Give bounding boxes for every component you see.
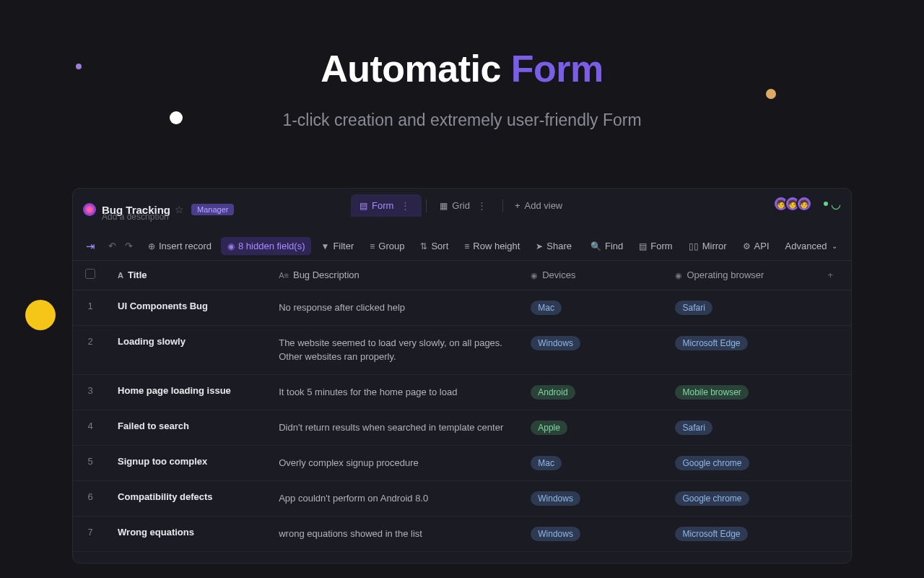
hidden-fields-button[interactable]: ◉ 8 hidden field(s) [221, 237, 312, 255]
cell-title[interactable]: Compatibility defects [108, 480, 269, 516]
cell-title[interactable]: Loading slowly [108, 325, 269, 374]
row-number: 6 [73, 480, 108, 516]
cell-title[interactable]: Home page loading issue [108, 374, 269, 410]
advanced-button[interactable]: Advanced ⌄ [779, 237, 845, 255]
tab-form-label: Form [372, 200, 393, 211]
cell-empty [810, 516, 851, 551]
table-row[interactable]: 5Signup too complexOverly complex signup… [73, 445, 851, 480]
browser-chip: Google chrome [675, 491, 749, 506]
tab-menu-icon[interactable]: ⋮ [398, 200, 413, 211]
advanced-label: Advanced [785, 241, 827, 251]
decorative-dot [25, 300, 56, 330]
redo-icon[interactable]: ↷ [122, 238, 136, 254]
cell-browser[interactable]: Safari [665, 410, 809, 445]
cell-device[interactable]: Windows [520, 516, 665, 551]
cell-title[interactable]: Wrong equations [108, 516, 269, 551]
column-checkbox[interactable] [73, 261, 108, 290]
form-icon: ▤ [639, 241, 647, 251]
avatar: 🧑 [796, 196, 812, 212]
column-description[interactable]: A≡Bug Description [269, 261, 520, 290]
device-chip: Mac [531, 301, 562, 315]
chevron-down-icon: ⌄ [832, 242, 837, 250]
device-chip: Mac [531, 456, 562, 470]
cell-title[interactable]: Failed to search [108, 410, 269, 445]
checkbox-icon[interactable] [85, 269, 95, 279]
column-devices[interactable]: ◉Devices [520, 261, 665, 290]
decorative-dot [766, 89, 776, 99]
group-button[interactable]: ≡ Group [363, 237, 411, 255]
cell-description[interactable]: Overly complex signup procedure [269, 445, 520, 480]
cell-empty [810, 374, 851, 410]
tab-grid[interactable]: ▦ Grid ⋮ [431, 194, 498, 217]
api-button[interactable]: ⚙ API [736, 237, 776, 255]
form-button[interactable]: ▤ Form [632, 237, 679, 255]
tab-form[interactable]: ▤ Form ⋮ [351, 194, 422, 217]
table-row[interactable]: 2Loading slowlyThe website seemed to loa… [73, 325, 851, 374]
divider [426, 199, 427, 212]
add-view-button[interactable]: + Add view [507, 194, 570, 217]
group-icon: ≡ [370, 241, 375, 251]
cell-device[interactable]: Windows [520, 325, 665, 374]
cell-description[interactable]: wrong equations showed in the list [269, 516, 520, 551]
filter-button[interactable]: ▼ Filter [314, 237, 360, 255]
mirror-button[interactable]: ▯▯ Mirror [682, 237, 733, 255]
cell-title[interactable]: Signup too complex [108, 445, 269, 480]
api-icon: ⚙ [743, 241, 751, 251]
cell-browser[interactable]: Microsoft Edge [665, 516, 809, 551]
cell-device[interactable]: Apple [520, 410, 665, 445]
cell-browser[interactable]: Safari [665, 290, 809, 325]
cell-description[interactable]: The website seemed to load very slowly, … [269, 325, 520, 374]
table-row[interactable]: 3Home page loading issueIt took 5 minute… [73, 374, 851, 410]
cell-device[interactable]: Mac [520, 445, 665, 480]
insert-record-button[interactable]: ⊕ Insert record [141, 237, 218, 255]
cell-description[interactable]: App couldn't perform on Android 8.0 [269, 480, 520, 516]
undo-icon[interactable]: ↶ [105, 238, 119, 254]
tab-grid-label: Grid [452, 200, 470, 211]
tab-menu-icon[interactable]: ⋮ [474, 200, 489, 211]
cell-device[interactable]: Mac [520, 290, 665, 325]
cell-browser[interactable]: Mobile browser [665, 374, 809, 410]
device-chip: Windows [531, 527, 580, 541]
sidebar-toggle-icon[interactable]: ⇥ [82, 237, 100, 256]
browser-chip: Microsoft Edge [675, 336, 747, 350]
data-table: ATitle A≡Bug Description ◉Devices ◉Opera… [73, 261, 851, 552]
table-row[interactable]: 6Compatibility defectsApp couldn't perfo… [73, 480, 851, 516]
row-height-button[interactable]: ≡ Row height [458, 237, 526, 255]
hero-title-accent: Form [511, 48, 603, 90]
share-button[interactable]: ➤ Share [529, 237, 578, 255]
hidden-fields-label: 8 hidden field(s) [238, 241, 305, 251]
row-height-label: Row height [473, 241, 520, 251]
group-label: Group [378, 241, 404, 251]
column-title[interactable]: ATitle [108, 261, 269, 290]
row-height-icon: ≡ [464, 241, 469, 251]
description-placeholder[interactable]: Add a description [102, 212, 169, 222]
cell-description[interactable]: Didn't return results when searched in t… [269, 410, 520, 445]
plus-icon: + [515, 200, 520, 211]
column-browser[interactable]: ◉Operating browser [665, 261, 809, 290]
mirror-label: Mirror [702, 241, 727, 251]
find-button[interactable]: 🔍 Find [584, 237, 629, 255]
table-row[interactable]: 1UI Components BugNo response after clic… [73, 290, 851, 325]
device-chip: Apple [531, 420, 567, 435]
collaborator-avatars[interactable]: 🧑 🧑 🧑 [777, 196, 812, 212]
browser-chip: Microsoft Edge [675, 527, 747, 541]
cell-browser[interactable]: Google chrome [665, 445, 809, 480]
cell-description[interactable]: No response after clicked help [269, 290, 520, 325]
cell-device[interactable]: Windows [520, 480, 665, 516]
cell-browser[interactable]: Google chrome [665, 480, 809, 516]
row-number: 7 [73, 516, 108, 551]
cell-browser[interactable]: Microsoft Edge [665, 325, 809, 374]
add-column-button[interactable]: + [810, 261, 851, 290]
sort-button[interactable]: ⇅ Sort [414, 237, 455, 255]
cell-title[interactable]: UI Components Bug [108, 290, 269, 325]
cell-device[interactable]: Android [520, 374, 665, 410]
cell-description[interactable]: It took 5 minutes for the home page to l… [269, 374, 520, 410]
select-icon: ◉ [531, 271, 538, 280]
add-row-button[interactable]: + [73, 552, 851, 564]
sort-icon: ⇅ [420, 241, 427, 251]
form-icon: ▤ [359, 201, 367, 211]
star-icon[interactable]: ☆ [175, 204, 184, 215]
table-row[interactable]: 4Failed to searchDidn't return results w… [73, 410, 851, 445]
table-scroll[interactable]: ATitle A≡Bug Description ◉Devices ◉Opera… [73, 261, 851, 563]
table-row[interactable]: 7Wrong equationswrong equations showed i… [73, 516, 851, 551]
